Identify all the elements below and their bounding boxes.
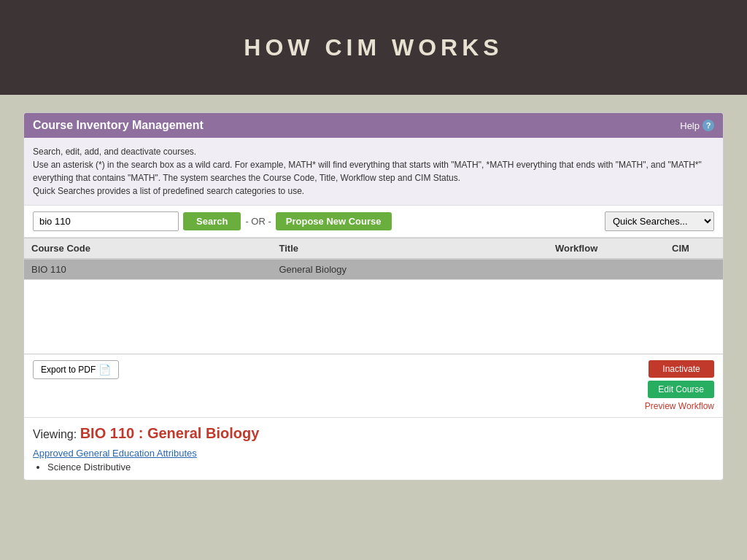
main-content: Course Inventory Management Help ? Searc… bbox=[0, 95, 747, 560]
cim-header: Course Inventory Management Help ? bbox=[24, 113, 723, 138]
help-icon[interactable]: ? bbox=[703, 120, 714, 131]
cell-workflow bbox=[548, 259, 665, 280]
approved-gen-ed-section: Approved General Education Attributes Sc… bbox=[33, 448, 714, 472]
search-button[interactable]: Search bbox=[183, 212, 241, 230]
page-header: HOW CIM WORKS bbox=[0, 0, 747, 95]
pdf-icon: 📄 bbox=[98, 364, 111, 376]
list-item: Science Distributive bbox=[47, 462, 714, 472]
viewing-course: BIO 110 : General Biology bbox=[80, 425, 260, 441]
table-header-row: Course Code Title Workflow CIM bbox=[24, 238, 723, 260]
approved-gen-ed-link[interactable]: Approved General Education Attributes bbox=[33, 448, 197, 459]
col-cim: CIM bbox=[665, 238, 723, 260]
export-pdf-button[interactable]: Export to PDF 📄 bbox=[33, 360, 119, 379]
help-label: Help bbox=[680, 120, 700, 131]
desc-line-1: Search, edit, add, and deactivate course… bbox=[33, 145, 714, 158]
table-row[interactable]: BIO 110 General Biology bbox=[24, 259, 723, 280]
gen-ed-list: Science Distributive bbox=[47, 462, 714, 472]
inactivate-button[interactable]: Inactivate bbox=[649, 360, 714, 378]
cell-title: General Biology bbox=[271, 259, 548, 280]
quick-searches-select[interactable]: Quick Searches... bbox=[605, 211, 714, 231]
results-table: Course Code Title Workflow CIM BIO 110 G… bbox=[24, 238, 723, 280]
search-input[interactable] bbox=[33, 211, 179, 231]
quick-searches-dropdown[interactable]: Quick Searches... bbox=[605, 211, 714, 231]
cell-course-code: BIO 110 bbox=[24, 259, 271, 280]
desc-line-3: Quick Searches provides a list of predef… bbox=[33, 184, 714, 198]
viewing-label: Viewing: bbox=[33, 428, 77, 440]
desc-line-2: Use an asterisk (*) in the search box as… bbox=[33, 158, 714, 184]
preview-workflow-button[interactable]: Preview Workflow bbox=[645, 401, 714, 411]
cell-cim bbox=[665, 259, 723, 280]
cim-help: Help ? bbox=[680, 120, 714, 131]
or-text: - OR - bbox=[245, 216, 271, 227]
edit-course-button[interactable]: Edit Course bbox=[648, 381, 714, 398]
col-title: Title bbox=[271, 238, 548, 260]
col-workflow: Workflow bbox=[548, 238, 665, 260]
cim-panel-title: Course Inventory Management bbox=[33, 119, 204, 132]
page-title: HOW CIM WORKS bbox=[244, 34, 503, 61]
action-buttons: Inactivate Edit Course Preview Workflow bbox=[645, 360, 714, 411]
propose-new-course-button[interactable]: Propose New Course bbox=[276, 212, 392, 230]
results-area: Course Code Title Workflow CIM BIO 110 G… bbox=[24, 238, 723, 354]
viewing-row: Viewing: BIO 110 : General Biology bbox=[33, 425, 714, 442]
col-course-code: Course Code bbox=[24, 238, 271, 260]
cim-panel: Course Inventory Management Help ? Searc… bbox=[23, 112, 724, 481]
export-label: Export to PDF bbox=[41, 365, 96, 375]
bottom-bar: Export to PDF 📄 Inactivate Edit Course P… bbox=[24, 354, 723, 418]
cim-description: Search, edit, add, and deactivate course… bbox=[24, 138, 723, 206]
viewing-section: Viewing: BIO 110 : General Biology Appro… bbox=[24, 418, 723, 480]
search-row: Search - OR - Propose New Course Quick S… bbox=[24, 206, 723, 238]
